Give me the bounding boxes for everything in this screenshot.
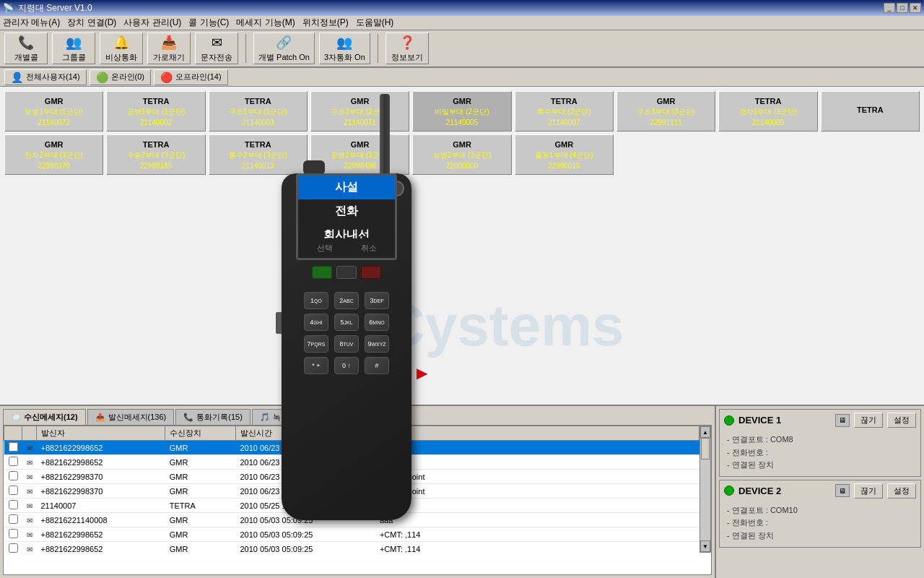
channel-card-tetra-3[interactable]: TETRA 특수부대 (2군단) 21140007	[515, 91, 614, 131]
key-0[interactable]: 0 ↑	[334, 357, 359, 374]
key-4[interactable]: 4 GHI	[304, 314, 328, 331]
channel-card-gmr-4[interactable]: GMR 구조3부대 (3군단) 22991111	[616, 91, 715, 131]
device-1-phone: - 전화번호 :	[727, 447, 913, 460]
arrow-indicator: ▶	[417, 364, 427, 381]
menu-message[interactable]: 메세지 기능(M)	[236, 17, 295, 29]
channel-card-gmr-7[interactable]: GMR 보병2부대 (3군단) 22000000	[412, 134, 511, 175]
menu-device[interactable]: 장치 연결(D)	[67, 17, 116, 29]
call-log-tab[interactable]: 📞 통화기록(15)	[175, 409, 250, 425]
channel-card-tetra-4[interactable]: TETRA 경차1부대 (3군단) 21140009	[718, 91, 817, 131]
scroll-down-btn[interactable]: ▼	[700, 540, 710, 552]
row-device: GMR	[165, 542, 236, 553]
message-send-button[interactable]: ✉ 문자전송	[195, 33, 238, 64]
intercept-button[interactable]: 📥 가로채기	[147, 33, 191, 64]
channel-type: GMR	[554, 140, 573, 149]
individual-call-button[interactable]: 📞 개별콜	[4, 33, 48, 64]
key-3[interactable]: 3 DEF	[365, 292, 389, 309]
menu-user[interactable]: 사용자 관리(U)	[123, 17, 181, 29]
all-users-tab[interactable]: 👤 전체사용자(14)	[4, 69, 87, 85]
red-btn-right[interactable]	[361, 266, 381, 279]
row-checkbox[interactable]	[4, 441, 22, 455]
menu-admin[interactable]: 관리자 메뉴(A)	[3, 17, 60, 29]
channel-id: 22998370	[38, 162, 70, 170]
row-checkbox[interactable]	[4, 542, 22, 553]
row-checkbox[interactable]	[4, 527, 22, 542]
col-device: 수신장치	[165, 426, 236, 441]
row-checkbox[interactable]	[4, 455, 22, 470]
emergency-call-button[interactable]: 🔔 비상통화	[100, 33, 143, 64]
channel-type: TETRA	[551, 97, 578, 105]
channel-card-gmr-8[interactable]: GMR 출동1부대 (4군단) 22990016	[515, 134, 614, 175]
menu-call[interactable]: 콜 기능(C)	[188, 17, 229, 29]
device-2-off-btn[interactable]: 끊기	[854, 483, 883, 499]
channel-card-gmr-1[interactable]: GMR 보병1부대 (1군단) 21140072	[4, 91, 103, 131]
key-8[interactable]: 8 TUV	[334, 335, 359, 353]
select-btn[interactable]: 선택	[317, 243, 333, 254]
menu-help[interactable]: 도움말(H)	[356, 17, 394, 29]
key-6[interactable]: 6 MNO	[365, 314, 389, 331]
channel-card-tetra-1[interactable]: TETRA 공병1부대 (1군단) 21140002	[106, 91, 205, 131]
close-button[interactable]: ✕	[910, 3, 921, 13]
screen-item-phone[interactable]: 전화	[298, 199, 395, 223]
row-content: +CMT: ,114	[375, 542, 699, 553]
device-1-icon-btn[interactable]: 🖥	[835, 414, 850, 427]
row-sender: +8821622998370	[37, 470, 165, 484]
device-2-port: - 연결포트 : COM10	[727, 504, 913, 517]
row-checkbox[interactable]	[4, 513, 22, 527]
minimize-button[interactable]: _	[884, 3, 895, 13]
menu-location[interactable]: 위치정보(P)	[302, 17, 349, 29]
table-row[interactable]: ✉ +8821622998652 GMR 2010 05/03 05:09:25…	[4, 542, 699, 553]
key-7[interactable]: 7 PQRS	[304, 335, 328, 353]
row-checkbox[interactable]	[4, 499, 22, 513]
device-1-port: - 연결포트 : COM8	[727, 434, 913, 447]
channel-type: GMR	[657, 97, 676, 105]
side-button[interactable]	[276, 312, 282, 334]
nav-up-btn[interactable]	[336, 266, 357, 279]
key-hash[interactable]: #	[365, 357, 389, 374]
channel-type: TETRA	[755, 97, 782, 105]
online-tab[interactable]: 🟢 온라인(0)	[90, 69, 151, 85]
patch-icon: 🔗	[276, 35, 292, 51]
row-checkbox[interactable]	[4, 484, 22, 499]
channel-card-gmr-2[interactable]: GMR 구조2부대 (2군단) 21140071	[310, 91, 409, 131]
key-9[interactable]: 9 WXYZ	[365, 335, 389, 353]
green-btn-left[interactable]	[312, 266, 332, 279]
inbox-icon: 📨	[11, 413, 21, 422]
inbox-tab[interactable]: 📨 수신메세지(12)	[3, 409, 86, 425]
channel-card-tetra-6[interactable]: TETRA 수송2부대 (3군단) 22988185	[106, 134, 205, 175]
maximize-button[interactable]: □	[897, 3, 908, 13]
scroll-up-btn[interactable]: ▲	[700, 426, 710, 438]
screen-item-sasul[interactable]: 사설	[298, 176, 395, 199]
device-2-icon-btn[interactable]: 🖥	[835, 484, 850, 497]
device-1-settings-btn[interactable]: 설정	[887, 413, 916, 428]
channel-card-gmr-3[interactable]: GMR 비밀부대 (2군단) 21140005	[412, 91, 511, 131]
table-row[interactable]: ✉ +8821622998652 GMR 2010 05/03 05:09:25…	[4, 527, 699, 542]
device-2-settings-btn[interactable]: 설정	[887, 483, 916, 499]
key-star[interactable]: * +	[304, 357, 328, 374]
status-bar: 👤 전체사용자(14) 🟢 온라인(0) 🔴 오프라인(14)	[0, 68, 924, 87]
key-1[interactable]: 1 QO	[304, 292, 328, 309]
row-checkbox[interactable]	[4, 470, 22, 484]
row-time: 2010 05/03 05:09:25	[235, 542, 375, 553]
row-content: +CMT: ,114	[375, 527, 699, 542]
channel-card-gmr-5[interactable]: GMR 전차2부대 (3군단) 22998370	[4, 134, 103, 175]
row-device: GMR	[165, 470, 236, 484]
scroll-thumb[interactable]	[701, 438, 710, 460]
sent-tab[interactable]: 📤 발신메세지(136)	[87, 409, 175, 425]
key-5[interactable]: 5 JKL	[334, 314, 359, 331]
three-way-button[interactable]: 👥 3자통화 On	[319, 33, 370, 64]
device-1-off-btn[interactable]: 끊기	[854, 413, 883, 428]
message-scrollbar[interactable]: ▲ ▼	[699, 426, 711, 553]
key-2[interactable]: 2 ABC	[334, 292, 359, 309]
patch-on-button[interactable]: 🔗 개별 Patch On	[253, 33, 315, 64]
cancel-btn[interactable]: 취소	[361, 243, 377, 254]
group-call-button[interactable]: 👥 그룹콜	[52, 33, 95, 64]
channel-card-tetra-5[interactable]: TETRA	[821, 91, 920, 131]
scroll-track	[700, 438, 710, 540]
row-icon: ✉	[22, 542, 37, 553]
row-sender: +8821622998370	[37, 484, 165, 499]
info-view-button[interactable]: ❓ 정보보기	[385, 33, 429, 64]
offline-tab[interactable]: 🔴 오프라인(14)	[154, 69, 228, 85]
device-2-connected: - 연결된 장치	[727, 530, 913, 543]
channel-card-tetra-2[interactable]: TETRA 구조1부대 (1군단) 21140003	[209, 91, 308, 131]
